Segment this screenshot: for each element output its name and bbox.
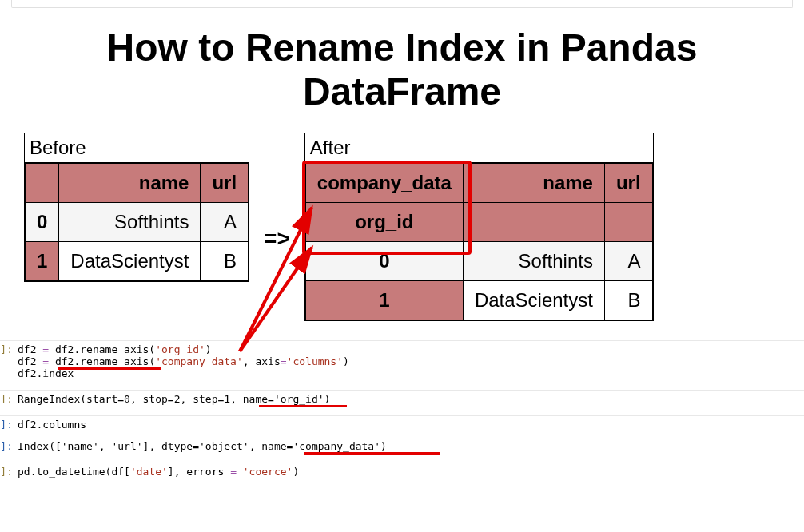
code-token: 'company_data': [155, 355, 243, 367]
before-label: Before: [25, 133, 249, 163]
row-name: Softhints: [463, 242, 604, 281]
row-name: Softhints: [59, 203, 201, 242]
row-index: 1: [26, 242, 59, 281]
code-body: RangeIndex(start=0, stop=2, step=1, name…: [18, 393, 330, 405]
red-underline: [259, 405, 347, 407]
table-row: 1 DataScientyst B: [26, 242, 249, 281]
after-label: After: [305, 133, 653, 163]
row-name: DataScientyst: [463, 281, 604, 320]
code-token: , stop: [130, 393, 168, 405]
code-cell: ]: pd.to_datetime(df['date'], errors = '…: [0, 463, 804, 480]
code-token: ): [205, 343, 212, 355]
code-cell: ]: df2.columns: [0, 415, 804, 433]
code-token: =: [117, 393, 124, 405]
code-token: df2: [18, 343, 42, 355]
code-token: , axis: [243, 355, 281, 367]
code-body: df2.columns: [18, 419, 86, 431]
code-token: Index([: [18, 440, 62, 452]
after-name-header: name: [463, 164, 604, 203]
row-index: 1: [305, 281, 463, 320]
code-body: df2 = df2.rename_axis('org_id') df2 = df…: [18, 343, 349, 379]
code-token: =: [281, 355, 287, 367]
code-token: ], dtype: [143, 440, 193, 452]
code-body: Index(['name', 'url'], dtype='object', n…: [18, 440, 387, 452]
row-url: B: [201, 242, 249, 281]
code-token: ): [380, 440, 387, 452]
red-underline: [304, 452, 440, 455]
code-token: df2: [18, 355, 42, 367]
cell-prompt: ]:: [0, 466, 18, 478]
code-token: 0: [124, 393, 130, 405]
code-token: 'coerce': [243, 466, 293, 478]
before-table-wrap: Before name url 0 Softhints A 1 DataScie…: [24, 133, 249, 282]
code-token: =: [193, 440, 199, 452]
code-token: =: [268, 393, 274, 405]
code-token: ): [343, 355, 349, 367]
code-token: 1: [224, 393, 230, 405]
code-token: 'name': [62, 440, 99, 452]
code-area: ]: df2 = df2.rename_axis('org_id') df2 =…: [0, 340, 804, 480]
code-token: 'url': [111, 440, 142, 452]
row-url: A: [201, 203, 249, 242]
blank-cell: [463, 203, 604, 242]
row-name: DataScientyst: [59, 242, 201, 281]
code-token: [237, 466, 243, 478]
code-token: 'company_data': [293, 440, 380, 452]
code-token: RangeIndex(start: [18, 393, 117, 405]
table-row: 1 DataScientyst B: [305, 281, 652, 320]
cell-prompt: ]:: [0, 343, 18, 355]
code-token: ): [324, 393, 331, 405]
code-token: pd.to_datetime(df[: [18, 466, 130, 478]
table-row: 0 Softhints A: [26, 203, 249, 242]
code-token: , step: [181, 393, 218, 405]
before-name-header: name: [59, 164, 201, 203]
tables-comparison: Before name url 0 Softhints A 1 DataScie…: [24, 133, 804, 321]
code-token: 'org_id': [155, 343, 205, 355]
page-title: How to Rename Index in Pandas DataFrame: [0, 26, 804, 113]
red-underline: [58, 367, 161, 370]
before-table: name url 0 Softhints A 1 DataScientyst B: [25, 163, 249, 281]
blank-cell: [604, 203, 652, 242]
row-index: 0: [26, 203, 59, 242]
code-token: df2.rename_axis: [49, 355, 149, 367]
code-token: 2: [174, 393, 181, 405]
output-cell: ]: RangeIndex(start=0, stop=2, step=1, n…: [0, 390, 804, 407]
code-token: =: [168, 393, 174, 405]
code-body: pd.to_datetime(df['date'], errors = 'coe…: [18, 466, 299, 478]
code-token: 'date': [130, 466, 168, 478]
code-token: ], errors: [168, 466, 230, 478]
row-url: A: [604, 242, 652, 281]
cell-prompt: ]:: [0, 440, 18, 452]
code-token: =: [42, 343, 49, 355]
code-token: , name: [230, 393, 268, 405]
top-faint-box: [11, 0, 793, 8]
code-token: =: [230, 466, 237, 478]
row-url: B: [604, 281, 652, 320]
output-cell: ]: Index(['name', 'url'], dtype='object'…: [0, 438, 804, 455]
code-token: 'object': [199, 440, 249, 452]
after-table-wrap: After company_data name url org_id 0 Sof…: [304, 133, 654, 321]
arrow-between: =>: [264, 202, 290, 252]
cell-prompt: ]:: [0, 393, 18, 405]
red-highlight-box: [302, 161, 472, 255]
code-token: ): [293, 466, 299, 478]
table-header-row: name url: [26, 164, 249, 203]
code-token: df2.rename_axis(: [49, 343, 155, 355]
before-url-header: url: [201, 164, 249, 203]
before-blank-header: [26, 164, 59, 203]
after-url-header: url: [604, 164, 652, 203]
code-token: , name: [249, 440, 287, 452]
code-token: ,: [99, 440, 112, 452]
code-token: df2.columns: [18, 419, 86, 431]
code-token: 'org_id': [274, 393, 324, 405]
cell-prompt: ]:: [0, 419, 18, 431]
code-token: 'columns': [287, 355, 343, 367]
code-token: =: [42, 355, 49, 367]
code-cell: ]: df2 = df2.rename_axis('org_id') df2 =…: [0, 340, 804, 382]
